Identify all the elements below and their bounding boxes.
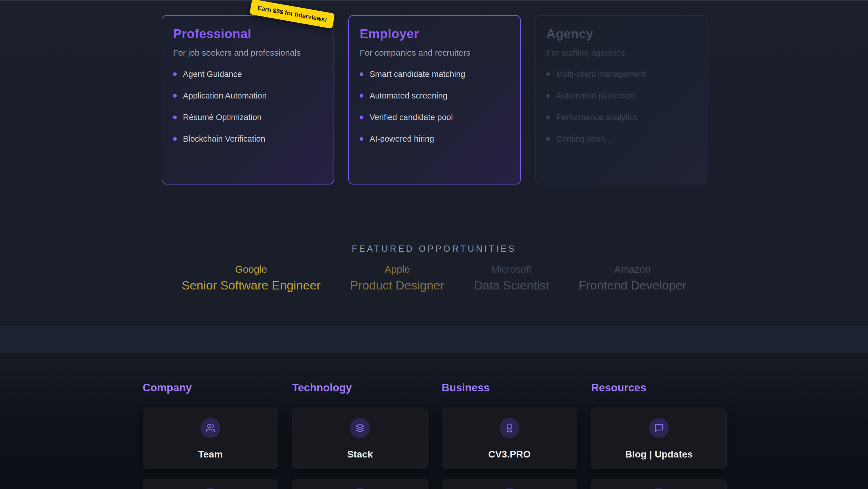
footer-column-business: Business CV3.PRO xyxy=(442,382,577,489)
plan-feature: AI-powered hiring xyxy=(360,134,509,144)
featured-role: Senior Software Engineer xyxy=(182,279,320,292)
plan-feature: Performance analytics xyxy=(546,113,696,122)
bullet-dot-icon xyxy=(546,137,550,141)
hidden-icon xyxy=(499,488,519,489)
bullet-dot-icon xyxy=(173,94,177,97)
featured-item-apple[interactable]: Apple Product Designer xyxy=(350,264,444,292)
plan-card-agency: Agency For staffing agencies Multi-clien… xyxy=(535,15,708,184)
bullet-dot-icon xyxy=(360,94,363,97)
footer-heading: Business xyxy=(442,382,577,394)
message-square-icon xyxy=(649,418,669,438)
plan-feature: Coming soon... xyxy=(546,134,696,144)
featured-item-google[interactable]: Google Senior Software Engineer xyxy=(182,264,320,292)
plan-feature-label: Smart candidate matching xyxy=(370,69,465,79)
footer-link-blog[interactable]: Blog | Updates xyxy=(591,407,727,469)
footer-link-label: Blog | Updates xyxy=(625,449,693,460)
bullet-dot-icon xyxy=(546,94,550,97)
plan-feature-label: Multi-client management xyxy=(556,69,646,79)
section-divider-band xyxy=(0,325,868,353)
plan-feature-list: Agent Guidance Application Automation Ré… xyxy=(173,69,323,144)
bullet-dot-icon xyxy=(546,73,550,76)
footer-link-label: CV3.PRO xyxy=(488,449,530,460)
plan-feature-label: Verified candidate pool xyxy=(370,113,453,122)
pricing-section: Earn $$$ for Interviews! Professional Fo… xyxy=(0,0,868,211)
footer-heading: Company xyxy=(143,382,278,394)
footer-grid: Company Team Technology Stack xyxy=(143,382,727,489)
bullet-dot-icon xyxy=(546,116,550,119)
featured-role: Data Scientist xyxy=(474,279,549,292)
plan-card-professional[interactable]: Professional For job seekers and profess… xyxy=(162,15,334,184)
featured-opportunities-section: FEATURED OPPORTUNITIES Google Senior Sof… xyxy=(0,211,868,324)
bullet-dot-icon xyxy=(173,137,177,141)
users-icon xyxy=(200,418,220,438)
plan-feature: Agent Guidance xyxy=(173,69,323,79)
plan-feature-list: Multi-client management Automated placem… xyxy=(546,69,696,144)
plan-feature-label: Automated placement xyxy=(556,91,636,100)
featured-company: Amazon xyxy=(579,264,686,275)
plan-feature: Blockchain Verification xyxy=(173,134,323,144)
footer-heading: Technology xyxy=(292,382,428,394)
bullet-dot-icon xyxy=(360,116,363,119)
footer-link-partial[interactable] xyxy=(591,479,727,489)
hidden-icon xyxy=(200,488,220,489)
plan-feature-label: Automated screening xyxy=(370,91,447,100)
plan-feature: Résumé Optimization xyxy=(173,113,323,122)
footer-link-stack[interactable]: Stack xyxy=(292,407,428,469)
page: Earn $$$ for Interviews! Professional Fo… xyxy=(0,0,868,489)
plan-feature-list: Smart candidate matching Automated scree… xyxy=(360,69,509,144)
featured-company: Microsoft xyxy=(474,264,549,275)
bullet-dot-icon xyxy=(173,116,177,119)
plan-feature: Smart candidate matching xyxy=(360,69,509,79)
featured-item-amazon[interactable]: Amazon Frontend Developer xyxy=(579,264,686,292)
plan-subtitle: For staffing agencies xyxy=(546,48,696,58)
footer-link-partial[interactable] xyxy=(143,479,278,489)
plan-card-employer[interactable]: Employer For companies and recruiters Sm… xyxy=(348,15,521,184)
footer-column-company: Company Team xyxy=(143,382,278,489)
plan-subtitle: For companies and recruiters xyxy=(360,48,509,58)
footer-link-partial[interactable] xyxy=(442,479,577,489)
featured-heading: FEATURED OPPORTUNITIES xyxy=(0,211,868,254)
plan-feature: Verified candidate pool xyxy=(360,113,509,122)
bullet-dot-icon xyxy=(360,137,363,141)
footer-link-label: Team xyxy=(198,449,223,460)
footer: Company Team Technology Stack xyxy=(0,353,868,489)
plan-feature-label: AI-powered hiring xyxy=(370,134,434,144)
hidden-icon xyxy=(649,488,669,489)
layers-icon xyxy=(350,418,370,438)
plan-feature-label: Agent Guidance xyxy=(183,69,242,79)
plan-title: Employer xyxy=(360,26,509,41)
plan-feature: Application Automation xyxy=(173,91,323,100)
footer-column-resources: Resources Blog | Updates xyxy=(591,382,727,489)
footer-link-label: Stack xyxy=(347,449,373,460)
footer-link-team[interactable]: Team xyxy=(143,407,278,469)
plan-subtitle: For job seekers and professionals xyxy=(173,48,323,58)
plan-feature-label: Application Automation xyxy=(183,91,267,100)
plan-feature: Automated placement xyxy=(546,91,696,100)
plan-feature-label: Résumé Optimization xyxy=(183,113,261,122)
plan-feature: Multi-client management xyxy=(546,69,696,79)
plan-feature-label: Coming soon... xyxy=(556,134,612,144)
hidden-icon xyxy=(350,488,370,489)
bullet-dot-icon xyxy=(173,73,177,76)
plan-title: Agency xyxy=(546,26,696,41)
bullet-dot-icon xyxy=(360,73,363,76)
plan-title: Professional xyxy=(173,26,323,41)
featured-row: Google Senior Software Engineer Apple Pr… xyxy=(0,264,868,292)
award-icon xyxy=(499,418,519,438)
footer-link-cv3pro[interactable]: CV3.PRO xyxy=(442,407,577,469)
featured-company: Google xyxy=(182,264,320,275)
featured-role: Product Designer xyxy=(350,279,444,292)
featured-company: Apple xyxy=(350,264,444,275)
footer-column-technology: Technology Stack xyxy=(292,382,428,489)
featured-item-microsoft[interactable]: Microsoft Data Scientist xyxy=(474,264,549,292)
plan-feature: Automated screening xyxy=(360,91,509,100)
featured-role: Frontend Developer xyxy=(579,279,686,292)
plan-feature-label: Performance analytics xyxy=(556,113,638,122)
plans-row: Professional For job seekers and profess… xyxy=(162,15,708,184)
plan-feature-label: Blockchain Verification xyxy=(183,134,265,144)
footer-link-partial[interactable] xyxy=(292,479,428,489)
footer-heading: Resources xyxy=(591,382,727,394)
